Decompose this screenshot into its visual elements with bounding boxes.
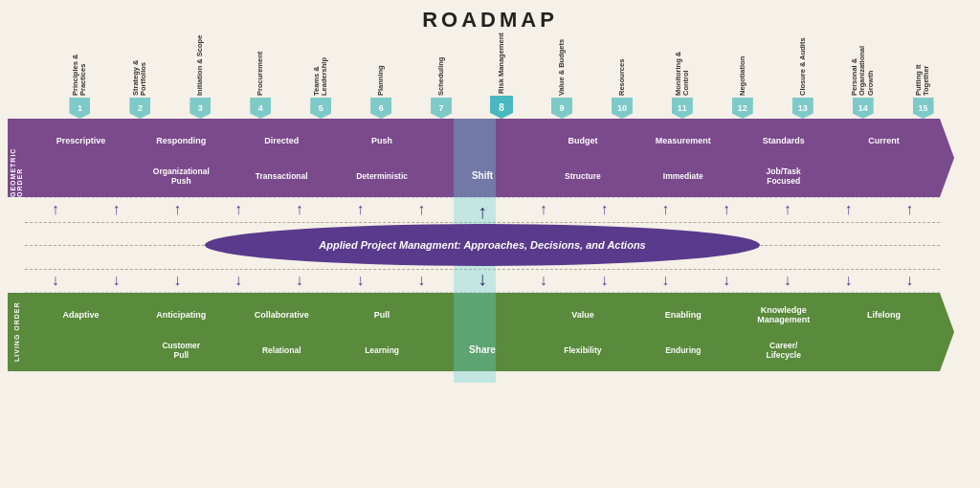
geo-r2-c4: Deterministic (332, 169, 433, 183)
col-number-1: 1 (69, 98, 90, 119)
side-labels: GEOMETRIC ORDER LIVING ORDER (8, 119, 25, 383)
living-r1-c7: KnowledgeManagement (733, 303, 834, 326)
living-r2-c6: Enduring (633, 344, 733, 357)
col-number-9: 9 (551, 98, 572, 119)
col-header-4: Procurement4 (231, 34, 291, 119)
living-r1-c1: Adaptive (31, 308, 131, 322)
col-header-text-15: Putting It Together (915, 34, 931, 96)
col-header-11: Monitoring & Control11 (652, 34, 712, 119)
living-r2-c8 (834, 348, 934, 352)
col-header-text-3: Initiation & Scope (196, 34, 204, 96)
geo-r2-c3: Transactional (232, 169, 332, 183)
living-arrow (940, 293, 954, 371)
col-number-4: 4 (250, 98, 271, 119)
col-header-text-7: Scheduling (437, 34, 445, 96)
geo-r1-c4: Push (332, 134, 433, 147)
arrow-col-15: ↑↓ (879, 198, 940, 292)
living-r2-c3: Relational (232, 344, 332, 357)
col-header-13: Closure & Audits13 (772, 34, 833, 119)
col-number-13: 13 (792, 98, 813, 119)
geo-r1-c7: Standards (733, 134, 834, 147)
col-header-15: Putting It Together15 (893, 34, 953, 119)
col-number-5: 5 (310, 98, 331, 119)
geo-band: Prescriptive Responding Directed Push Bu… (25, 119, 940, 197)
geo-r2-c2: OrganizationalPush (131, 165, 232, 188)
col-header-10: Resources10 (591, 34, 652, 119)
geo-r2-c6: Immediate (633, 169, 733, 183)
middle-band: ↑↓ ↑↓ ↑↓ ↑↓ ↑↓ ↑↓ ↑↓ ↑↓ ↑↓ ↑↓ ↑↓ ↑↓ ↑↓ ↑… (25, 197, 940, 293)
living-r1-shift (433, 313, 533, 317)
col-header-text-5: Teams & Leadership (313, 34, 329, 96)
col-header-text-11: Monitoring & Control (675, 34, 691, 96)
col-header-6: Planning6 (351, 34, 412, 119)
col-header-text-10: Resources (618, 34, 626, 96)
col-header-9: Value & Budgets9 (532, 34, 592, 119)
page-title: ROADMAP (0, 0, 980, 34)
geo-arrow (940, 119, 954, 197)
col-number-11: 11 (672, 98, 693, 119)
arrow-col-14: ↑↓ (818, 198, 880, 292)
content-area: Prescriptive Responding Directed Push Bu… (25, 119, 940, 383)
living-r1-c5: Value (532, 308, 633, 322)
geo-r1-shift (433, 139, 533, 143)
living-r1-c4: Pull (332, 308, 433, 322)
col-number-3: 3 (189, 98, 211, 119)
col-header-3: Initiation & Scope3 (170, 34, 231, 119)
arrow-col-3: ↑↓ (146, 198, 208, 292)
col-number-10: 10 (612, 98, 633, 119)
living-r1-c8: Lifelong (834, 308, 934, 322)
col-number-8: 8 (490, 96, 513, 119)
col-header-text-4: Procurement (256, 34, 264, 96)
page-wrapper: ROADMAP Principles & Practices1Strategy … (0, 0, 980, 383)
central-ellipse-text: Applied Project Managment: Approaches, D… (319, 239, 645, 251)
col-header-5: Teams & Leadership5 (291, 34, 351, 119)
col-number-2: 2 (129, 98, 150, 119)
col-header-14: Personal & Organizational Growth14 (833, 34, 893, 119)
col-header-text-6: Planning (377, 34, 385, 96)
geo-r1-c1: Prescriptive (31, 134, 131, 147)
living-order-label: LIVING ORDER (8, 293, 25, 371)
col-number-12: 12 (732, 98, 753, 119)
living-r1-c2: Anticipating (131, 308, 232, 322)
geo-r2-c1 (31, 174, 131, 178)
living-r2-c5: Flexibility (532, 344, 633, 357)
col-header-1: Principles & Practices1 (50, 34, 110, 119)
living-band: Adaptive Anticipating Collaborative Pull… (25, 293, 940, 371)
geo-r2-c8 (834, 174, 934, 178)
arrow-col-1: ↑↓ (25, 198, 86, 292)
living-r2-c2: CustomerPull (131, 339, 232, 362)
living-r2-c1 (31, 348, 131, 352)
geo-order-label: GEOMETRIC ORDER (8, 119, 25, 197)
living-r2-share: Share (433, 343, 533, 357)
central-ellipse: Applied Project Managment: Approaches, D… (205, 224, 760, 266)
living-r1-c3: Collaborative (232, 308, 332, 322)
column-headers: Principles & Practices1Strategy & Portfo… (50, 34, 953, 119)
geo-r1-c6: Measurement (633, 134, 733, 147)
living-r2-c4: Learning (332, 344, 433, 357)
geo-r2-c7: Job/TaskFocused (733, 165, 834, 188)
col-number-14: 14 (853, 98, 874, 119)
col-header-text-12: Negotiation (739, 34, 746, 96)
col-header-text-1: Principles & Practices (72, 34, 88, 96)
geo-r1-c8: Current (834, 134, 934, 147)
geo-r1-c5: Budget (532, 134, 633, 147)
col-header-text-13: Closure & Audits (799, 34, 807, 96)
living-r2-c7: Career/Lifecycle (733, 339, 834, 362)
col-header-text-2: Strategy & Portfolios (132, 34, 148, 96)
col-number-15: 15 (913, 98, 934, 119)
main-container: Principles & Practices1Strategy & Portfo… (0, 34, 980, 383)
col-header-12: Negotiation12 (712, 34, 772, 119)
col-header-text-14: Personal & Organizational Growth (851, 34, 875, 96)
geo-r1-c2: Responding (131, 134, 232, 147)
arrow-col-13: ↑↓ (757, 198, 818, 292)
col-header-2: Strategy & Portfolios2 (110, 34, 170, 119)
geo-r2-c5: Structure (532, 169, 633, 183)
geo-r2-shift: Shift (433, 168, 533, 183)
col-header-8: Risk Management8 (472, 33, 532, 119)
col-number-6: 6 (370, 98, 391, 119)
geo-r1-c3: Directed (232, 134, 332, 147)
col-header-text-9: Value & Budgets (558, 34, 566, 96)
living-r1-c6: Enabling (633, 308, 733, 322)
col-header-text-8: Risk Management (498, 33, 505, 94)
diagram: GEOMETRIC ORDER LIVING ORDER Prescriptiv… (8, 119, 957, 383)
